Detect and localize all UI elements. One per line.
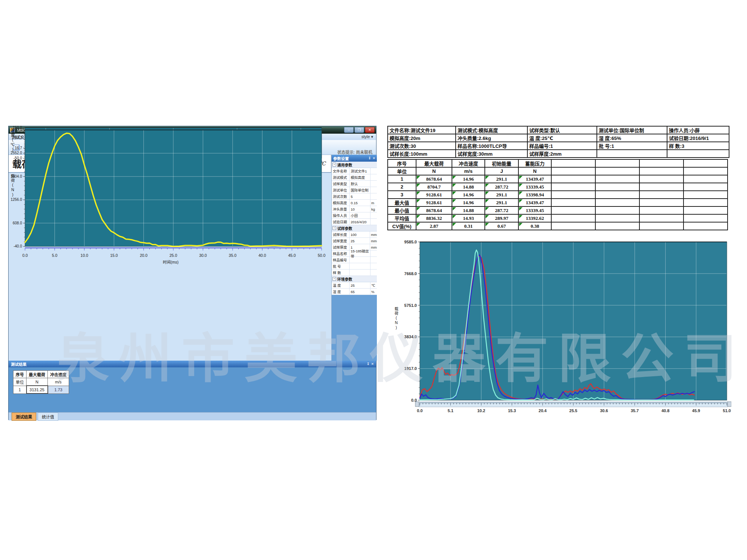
param-group-header[interactable]: −环境参数 <box>332 276 377 282</box>
result-unit-cell: m/s <box>48 378 69 386</box>
param-value[interactable]: 10 <box>350 206 371 212</box>
close-icon[interactable]: ✕ <box>372 156 375 160</box>
param-value[interactable] <box>350 257 371 263</box>
result-data-row: 13131.251.73 <box>13 386 69 393</box>
y-tick-label: 3834.0 <box>388 335 417 339</box>
param-row: 测试单位国际单位制 <box>332 187 377 193</box>
data-cell: 14.96 <box>452 199 485 206</box>
param-group-title: 环境参数 <box>337 276 352 282</box>
info-cell: 操作人员:小薛 <box>667 126 729 134</box>
data-row: 单位Nm/sJN <box>388 167 728 175</box>
close-button[interactable]: ✕ <box>365 127 375 133</box>
data-cell: 0.38 <box>518 222 551 230</box>
param-label: 模拟高度 <box>332 200 350 206</box>
param-group-header[interactable]: −通用参数 <box>332 162 377 168</box>
param-unit <box>371 257 377 263</box>
info-cell: 模拟高度:20m <box>388 134 456 142</box>
param-unit <box>371 270 377 276</box>
tab-0[interactable]: 测试结果 <box>12 413 36 421</box>
data-cell <box>595 167 639 175</box>
param-value[interactable]: 0.15 <box>350 200 371 206</box>
data-cell <box>639 214 684 222</box>
param-label: 批 号 <box>332 263 350 269</box>
result-cell: 1.73 <box>48 386 69 393</box>
collapse-icon[interactable]: − <box>332 163 336 167</box>
y-tick-label: 9585.0 <box>388 240 417 244</box>
param-value[interactable]: 15-185磁丝带 <box>350 251 371 256</box>
param-value[interactable]: 25 <box>350 238 371 244</box>
param-unit <box>371 193 377 199</box>
x-tick-label: 45.9 <box>689 408 703 413</box>
data-cell: 9128.61 <box>416 191 452 199</box>
param-value[interactable]: 测试文件1 <box>350 168 371 174</box>
param-value[interactable]: 2016/4/20 <box>350 219 371 225</box>
collapse-icon[interactable]: − <box>332 277 336 281</box>
info-row: 测试次数:30样品名称:1000TLCP导样品编号:1批 号:1样 数:3 <box>388 142 729 150</box>
x-tick-label: 20.4 <box>536 408 549 413</box>
data-cell <box>639 222 684 230</box>
info-cell: 冲头质量:2.6kg <box>456 134 527 142</box>
param-value[interactable] <box>350 263 371 269</box>
param-unit: mm <box>370 244 377 250</box>
info-cell: 试验日期:2016/9/1 <box>667 134 729 142</box>
data-cell <box>595 191 639 199</box>
x-tick-label: 35.0 <box>226 253 239 258</box>
result-header-cell: 最大载荷 <box>27 371 48 378</box>
pin-icon[interactable]: ↧ <box>367 362 370 366</box>
x-tick-label: 5.0 <box>48 253 61 258</box>
close-icon[interactable]: ✕ <box>371 362 374 366</box>
param-value[interactable]: 默认 <box>350 181 371 187</box>
param-group-header[interactable]: −试样参数 <box>332 225 377 231</box>
param-value[interactable]: 65 <box>350 289 371 295</box>
param-value[interactable] <box>350 270 371 276</box>
param-row: 试样长度100mm <box>332 231 377 238</box>
minimize-button[interactable]: – <box>344 127 354 133</box>
pin-icon[interactable]: ↧ <box>368 156 371 160</box>
info-cell: 样 数:3 <box>667 142 729 150</box>
data-cell: 13439.47 <box>518 175 551 183</box>
param-label: 文件名称 <box>332 168 350 174</box>
data-cell: 14.96 <box>452 175 485 183</box>
restore-button[interactable]: ❐ <box>354 127 364 133</box>
param-label: 温 度 <box>332 282 350 288</box>
results-title: 测试结果 <box>11 361 365 367</box>
data-cell <box>684 183 728 191</box>
param-value[interactable]: 100 <box>350 231 371 237</box>
data-cell: 14.88 <box>452 183 485 191</box>
param-label: 样品名称 <box>332 251 350 256</box>
x-tick-label: 15.0 <box>107 253 121 258</box>
data-cell: 8836.32 <box>416 214 452 222</box>
data-row: 序号最大载荷冲击速度初始能量蓄能压力 <box>388 159 728 167</box>
param-value[interactable]: 模拟高度 <box>350 174 371 180</box>
param-unit <box>371 219 377 225</box>
style-dropdown[interactable]: style ▾ <box>362 134 373 139</box>
param-value[interactable]: 小田 <box>350 212 371 218</box>
app-window: MB029C动态冲击振荡试验系统 –❐✕ 测试文件(F)测试控制(C)通用设置(… <box>8 126 376 420</box>
param-label: 冲头质量 <box>332 206 350 212</box>
tab-1[interactable]: 统计值 <box>38 413 58 421</box>
x-axis-title: 时间(ms) <box>163 259 179 265</box>
param-value[interactable]: 5 <box>350 193 371 199</box>
data-cell: 14.88 <box>452 206 485 214</box>
param-value[interactable]: 国际单位制 <box>350 187 371 193</box>
param-row: 批 号 <box>332 263 377 270</box>
info-row: 试样长度:100mm试样宽度:30mm试样厚度:2mm <box>388 150 729 158</box>
param-unit: % <box>371 289 377 295</box>
impact-load-canvas <box>9 126 330 265</box>
info-cell: 样品编号:1 <box>527 142 597 150</box>
data-cell: 2.87 <box>416 222 452 230</box>
info-cell: 文件名称:测试文件19 <box>388 126 456 134</box>
data-cell <box>595 183 639 191</box>
x-tick-label: 35.7 <box>628 408 641 413</box>
sidebar-title-bar[interactable]: 参数设置 ↧ ✕ <box>332 155 377 162</box>
collapse-icon[interactable]: − <box>332 226 336 230</box>
data-cell: 初始能量 <box>485 159 518 167</box>
param-label: 测试次数 <box>332 193 350 199</box>
results-title-bar[interactable]: 测试结果 ↧ ✕ <box>9 361 376 367</box>
x-tick-label: 25.0 <box>167 253 180 258</box>
report-info-table: 文件名称:测试文件19测试模式:模拟高度试样类型:默认测试单位:国际单位制操作人… <box>387 126 729 158</box>
param-value[interactable]: 25 <box>350 282 371 288</box>
data-cell <box>595 206 639 214</box>
param-row: 操作人员小田 <box>332 212 377 219</box>
param-row: 试验日期2016/4/20 <box>332 219 377 225</box>
